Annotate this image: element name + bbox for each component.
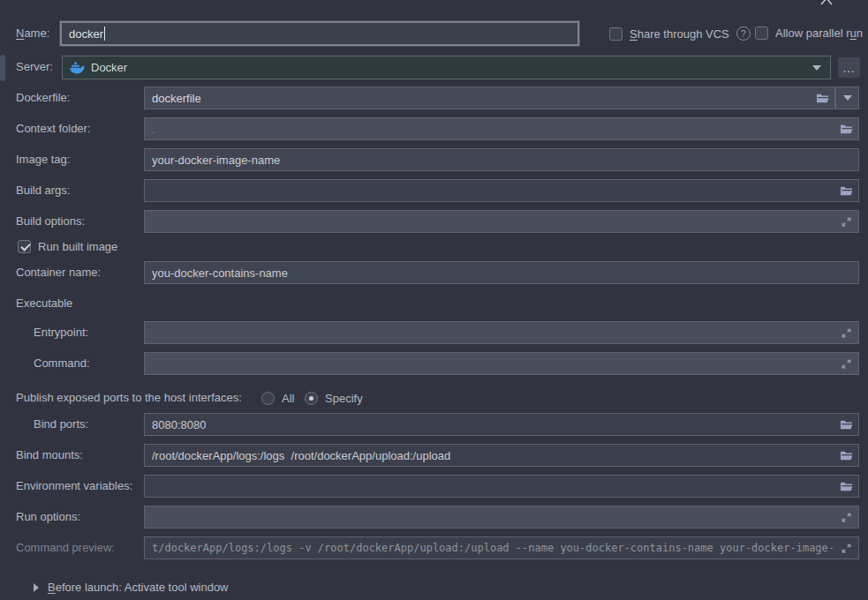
expand-editor-icon[interactable] (839, 542, 853, 554)
text-caret (104, 26, 105, 41)
server-more-button[interactable]: … (838, 57, 860, 78)
context-folder-input[interactable]: . (144, 117, 859, 140)
run-options-input[interactable] (144, 506, 859, 529)
radio-all[interactable] (261, 392, 275, 405)
server-value: Docker (91, 61, 127, 74)
name-input[interactable]: docker (60, 21, 579, 46)
before-launch-expander[interactable]: Before launch: Activate tool window (34, 581, 229, 594)
before-launch-label: Before launch: Activate tool window (48, 581, 229, 594)
folder-browse-icon[interactable] (839, 184, 853, 197)
environment-variables-label: Environment variables: (16, 475, 132, 498)
folder-browse-icon[interactable] (839, 418, 853, 431)
dockerfile-dropdown-button[interactable] (835, 86, 859, 109)
bind-mounts-input[interactable]: /root/dockerApp/logs:/logs /root/dockerA… (144, 444, 859, 467)
command-label: Command: (34, 352, 90, 375)
command-preview-value: t/dockerApp/logs:/logs -v /root/dockerAp… (152, 542, 835, 554)
allow-parallel-label: Allow parallel run (775, 26, 863, 40)
radio-specify[interactable] (305, 392, 318, 405)
image-tag-label: Image tag: (16, 148, 70, 171)
bind-mounts-label: Bind mounts: (16, 444, 83, 467)
run-options-label: Run options: (16, 506, 80, 529)
build-args-label: Build args: (16, 179, 70, 202)
publish-ports-radio-specify[interactable]: Specify (305, 392, 363, 405)
container-name-label: Container name: (16, 261, 101, 284)
command-input[interactable] (144, 352, 859, 375)
chevron-down-icon[interactable] (812, 65, 821, 71)
docker-whale-icon (70, 62, 85, 74)
publish-ports-radio-all[interactable]: All (261, 392, 294, 405)
publish-ports-label: Publish exposed ports to the host interf… (16, 386, 242, 409)
folder-browse-icon[interactable] (839, 480, 853, 492)
run-configuration-dialog: Name: docker Share through VCS ? Allow p… (0, 0, 868, 600)
share-vcs-row: Share through VCS ? (609, 26, 751, 41)
build-options-input[interactable] (144, 210, 859, 233)
server-select[interactable]: Docker (62, 56, 831, 79)
image-tag-input[interactable]: your-docker-image-name (144, 148, 859, 171)
build-options-label: Build options: (16, 210, 85, 233)
name-label: Name: (16, 22, 49, 45)
context-folder-label: Context folder: (16, 117, 91, 140)
server-label: Server: (16, 56, 53, 79)
build-args-input[interactable] (144, 179, 859, 202)
chevron-down-icon (843, 95, 852, 101)
share-vcs-checkbox[interactable] (609, 27, 623, 41)
executable-section-label: Executable (16, 292, 72, 315)
bind-ports-input[interactable]: 8080:8080 (144, 413, 859, 436)
entrypoint-label: Entrypoint: (34, 321, 88, 344)
help-question-icon[interactable]: ? (736, 26, 751, 41)
name-input-value: docker (69, 27, 103, 41)
folder-browse-icon[interactable] (839, 449, 853, 461)
run-built-image-row: Run built image (18, 240, 117, 253)
name-label-rest: ame: (24, 26, 49, 40)
scrollbar-thumb[interactable] (0, 55, 5, 81)
chevron-up-icon[interactable] (819, 0, 834, 7)
environment-variables-input[interactable] (144, 475, 859, 498)
command-preview-field: t/dockerApp/logs:/logs -v /root/dockerAp… (144, 536, 859, 559)
folder-browse-icon[interactable] (815, 92, 829, 104)
name-label-mnemonic: N (16, 26, 24, 40)
command-preview-label: Command preview: (16, 536, 115, 559)
share-vcs-label: Share through VCS (630, 27, 729, 41)
entrypoint-input[interactable] (144, 321, 859, 344)
folder-browse-icon[interactable] (839, 123, 853, 135)
allow-parallel-checkbox[interactable] (755, 26, 768, 40)
radio-specify-label: Specify (325, 392, 363, 405)
expand-editor-icon[interactable] (839, 326, 853, 339)
dockerfile-label: Dockerfile: (16, 86, 70, 109)
allow-parallel-row: Allow parallel run (755, 26, 863, 40)
run-built-image-label: Run built image (38, 240, 117, 253)
expander-triangle-icon (34, 583, 39, 592)
dockerfile-input[interactable]: dockerfile (144, 86, 835, 109)
container-name-input[interactable]: you-docker-contains-name (144, 261, 859, 284)
bind-ports-label: Bind ports: (34, 413, 88, 436)
run-built-image-checkbox[interactable] (18, 240, 31, 253)
expand-editor-icon[interactable] (839, 215, 853, 228)
radio-all-label: All (282, 392, 294, 405)
expand-editor-icon[interactable] (839, 511, 853, 523)
expand-editor-icon[interactable] (839, 357, 853, 370)
